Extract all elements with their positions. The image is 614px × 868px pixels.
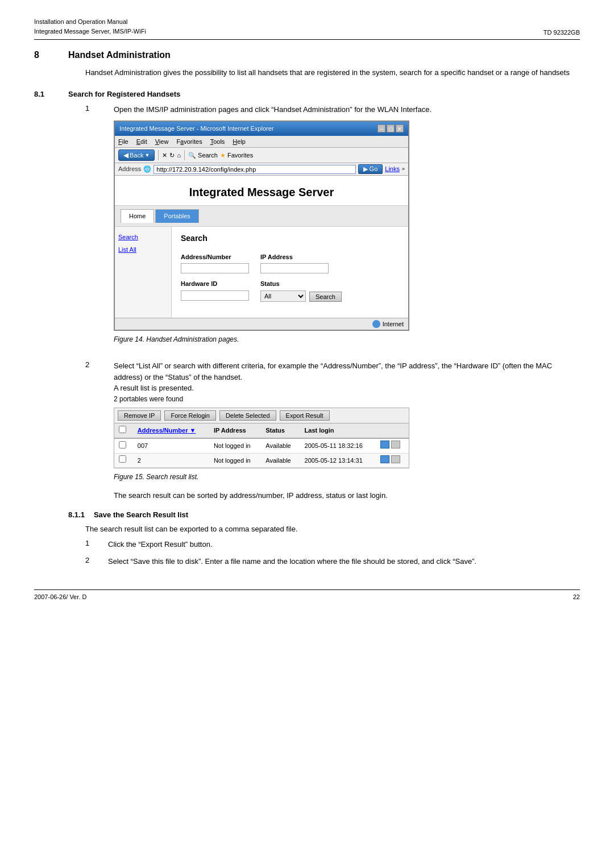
- go-label: Go: [370, 165, 378, 172]
- edit-icon[interactable]: [380, 441, 389, 448]
- result-found-text: 2 portables were found: [114, 394, 580, 404]
- section811-intro: The search result list can be exported t…: [85, 524, 580, 535]
- table-row: 007 Not logged in Available 2005-05-11 1…: [114, 438, 409, 453]
- row-checkbox-0[interactable]: [119, 441, 126, 448]
- nav-portables-tab[interactable]: Portables: [155, 209, 198, 223]
- hardware-id-input[interactable]: [181, 290, 249, 301]
- delete-icon[interactable]: [391, 455, 400, 463]
- edit-icon[interactable]: [380, 455, 389, 463]
- row-actions: [376, 438, 409, 453]
- links-expand-icon: »: [402, 165, 405, 173]
- row-address: 2: [133, 453, 209, 468]
- toolbar-icon-home[interactable]: ⌂: [177, 151, 181, 160]
- remove-ip-button[interactable]: Remove IP: [118, 410, 161, 421]
- step2-content: Select “List All” or search with differe…: [114, 360, 580, 501]
- menu-file[interactable]: File: [118, 137, 128, 147]
- delete-icon[interactable]: [391, 441, 400, 448]
- menu-tools[interactable]: Tools: [210, 137, 225, 147]
- ims-page-heading: Search: [181, 232, 399, 244]
- address-input[interactable]: [154, 165, 355, 174]
- sub-steps: 1 Click the “Export Result” button. 2 Se…: [85, 539, 580, 567]
- minimize-button[interactable]: –: [377, 124, 385, 132]
- favorites-toolbar-button[interactable]: ★ Favorites: [220, 151, 253, 160]
- close-button[interactable]: ✕: [396, 124, 404, 132]
- toolbar-icon-refresh[interactable]: ↻: [169, 151, 175, 160]
- select-all-checkbox[interactable]: [119, 426, 126, 433]
- export-result-button[interactable]: Export Result: [280, 410, 330, 421]
- search-icon: 🔍: [188, 151, 196, 160]
- go-button[interactable]: ▶ Go: [358, 164, 383, 174]
- back-label: Back: [130, 152, 143, 159]
- status-select[interactable]: All: [260, 290, 306, 302]
- row-checkbox-1[interactable]: [119, 455, 126, 463]
- toolbar-icon-stop[interactable]: ✕: [162, 151, 167, 160]
- section8-title: Handset Administration: [68, 50, 171, 60]
- row-login: 2005-05-11 18:32:16: [300, 438, 376, 453]
- fig14-caption: Figure 14. Handset Administration pages.: [114, 334, 580, 344]
- sidebar-search-link[interactable]: Search: [118, 232, 168, 242]
- internet-icon: [372, 320, 380, 328]
- search-button[interactable]: Search: [309, 292, 342, 302]
- row-check[interactable]: [114, 453, 133, 468]
- status-label: Status: [260, 279, 342, 289]
- search-toolbar-label: Search: [198, 151, 218, 160]
- menu-favorites[interactable]: Favorites: [176, 137, 202, 147]
- col-login-header[interactable]: Last login: [300, 423, 376, 439]
- col-status-header[interactable]: Status: [261, 423, 300, 439]
- col-ip-header[interactable]: IP Address: [209, 423, 261, 439]
- address-number-label: Address/Number: [181, 252, 249, 262]
- footer-date: 2007-06-26/ Ver. D: [34, 593, 86, 600]
- table-row: 2 Not logged in Available 2005-05-12 13:…: [114, 453, 409, 468]
- section811-num: 8.1.1: [68, 510, 85, 519]
- sub-step1: 1 Click the “Export Result” button.: [85, 539, 580, 550]
- browser-address-bar: Address 🌐 ▶ Go Links »: [115, 163, 408, 176]
- ip-address-input[interactable]: [260, 263, 329, 273]
- delete-selected-button[interactable]: Delete Selected: [219, 410, 276, 421]
- ip-address-label: IP Address: [260, 252, 329, 262]
- menu-view[interactable]: View: [155, 137, 169, 147]
- step2-num: 2: [85, 360, 102, 501]
- restore-button[interactable]: ◻: [387, 124, 395, 132]
- section81-body: 1 Open the IMS/IP administration pages a…: [85, 104, 580, 501]
- form-row1: Address/Number IP Address: [181, 252, 399, 274]
- menu-edit[interactable]: Edit: [136, 137, 147, 147]
- sub-step1-text: Click the “Export Result” button.: [108, 539, 213, 550]
- step2: 2 Select “List All” or search with diffe…: [85, 360, 580, 501]
- section81-heading: 8.1 Search for Registered Handsets: [34, 90, 580, 98]
- row-ip: Not logged in: [209, 438, 261, 453]
- back-button[interactable]: ◀ Back ▼: [118, 149, 155, 161]
- doc-footer: 2007-06-26/ Ver. D 22: [34, 589, 580, 600]
- address-label: Address: [118, 164, 141, 174]
- address-number-group: Address/Number: [181, 252, 249, 274]
- toolbar-separator1: [158, 150, 159, 160]
- row-check[interactable]: [114, 438, 133, 453]
- browser-content: Integrated Message Server Home Portables…: [115, 176, 408, 318]
- menu-help[interactable]: Help: [233, 137, 246, 147]
- section8-text: Handset Administration gives the possibi…: [85, 67, 580, 78]
- favorites-toolbar-label: Favorites: [227, 151, 253, 160]
- nav-home-tab[interactable]: Home: [121, 209, 154, 223]
- sub-step2-num: 2: [85, 556, 97, 567]
- step1-text: Open the IMS/IP administration pages and…: [114, 104, 580, 115]
- section811-title: Save the Search Result list: [94, 510, 188, 519]
- address-number-input[interactable]: [181, 263, 249, 273]
- force-relogin-button[interactable]: Force Relogin: [164, 410, 215, 421]
- links-label[interactable]: Links: [385, 164, 400, 174]
- sidebar-listall-link[interactable]: List All: [118, 245, 168, 255]
- fig15-caption: Figure 15. Search result list.: [114, 472, 580, 482]
- browser-controls[interactable]: – ◻ ✕: [377, 124, 404, 132]
- col-address-header[interactable]: Address/Number ▼: [133, 423, 209, 439]
- section811-heading: 8.1.1 Save the Search Result list: [68, 510, 580, 519]
- browser-menubar: File Edit View Favorites Tools Help: [115, 136, 408, 148]
- sort-arrow-icon: ▼: [189, 427, 196, 434]
- browser-titlebar: Integrated Message Server - Microsoft In…: [115, 122, 408, 136]
- sub-step1-num: 1: [85, 539, 97, 550]
- section8-body: Handset Administration gives the possibi…: [85, 67, 580, 78]
- section8-heading: 8 Handset Administration: [34, 50, 580, 60]
- footer-page: 22: [573, 593, 580, 600]
- doc-header: Installation and Operation Manual Integr…: [34, 17, 580, 40]
- search-toolbar-button[interactable]: 🔍 Search: [188, 151, 218, 160]
- step1-num: 1: [85, 104, 102, 353]
- row-status: Available: [261, 438, 300, 453]
- sub-step2: 2 Select “Save this file to disk”. Enter…: [85, 556, 580, 567]
